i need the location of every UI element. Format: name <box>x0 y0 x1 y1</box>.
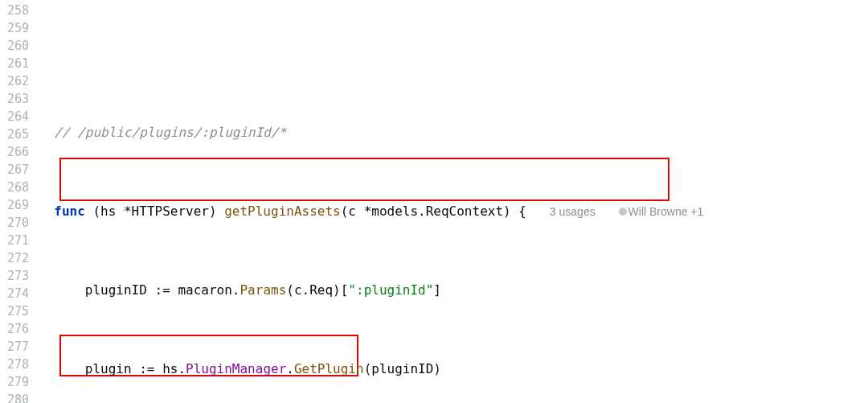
line-number: 260 <box>0 37 32 55</box>
line-number: 265 <box>0 125 32 143</box>
line-number: 263 <box>0 90 32 108</box>
code-area[interactable]: // /public/plugins/:pluginId/* func (hs … <box>32 0 868 403</box>
line-number: 272 <box>0 249 32 267</box>
line-number: 276 <box>0 320 32 338</box>
line-number: 264 <box>0 108 32 125</box>
line-number: 268 <box>0 179 32 196</box>
line-number: 269 <box>0 196 32 214</box>
line-number: 274 <box>0 285 32 302</box>
line-number: 266 <box>0 143 32 161</box>
code-line: plugin := hs.PluginManager.GetPlugin(plu… <box>39 360 868 378</box>
line-number: 258 <box>0 2 32 19</box>
code-line: pluginID := macaron.Params(c.Req)[":plug… <box>39 282 868 299</box>
highlight-box-1 <box>59 158 669 201</box>
line-number: 262 <box>0 72 32 90</box>
line-number: 267 <box>0 161 32 179</box>
line-number: 280 <box>0 391 32 403</box>
line-number: 259 <box>0 19 32 37</box>
code-line: func (hs *HTTPServer) getPluginAssets(c … <box>39 203 868 220</box>
line-number: 278 <box>0 356 32 373</box>
line-number: 273 <box>0 267 32 285</box>
line-gutter: 2582592602612622632642652662672682692702… <box>0 0 32 403</box>
usages-inlay[interactable]: 3 usages <box>550 205 596 218</box>
line-number: 261 <box>0 55 32 72</box>
line-number: 271 <box>0 232 32 249</box>
code-editor[interactable]: 2582592602612622632642652662672682692702… <box>0 0 868 403</box>
line-number: 275 <box>0 302 32 320</box>
author-inlay[interactable]: Will Browne +1 <box>619 205 704 218</box>
person-icon <box>619 208 627 216</box>
line-number: 277 <box>0 338 32 356</box>
line-number: 279 <box>0 373 32 391</box>
line-number: 270 <box>0 214 32 232</box>
code-line: // /public/plugins/:pluginId/* <box>39 124 868 142</box>
